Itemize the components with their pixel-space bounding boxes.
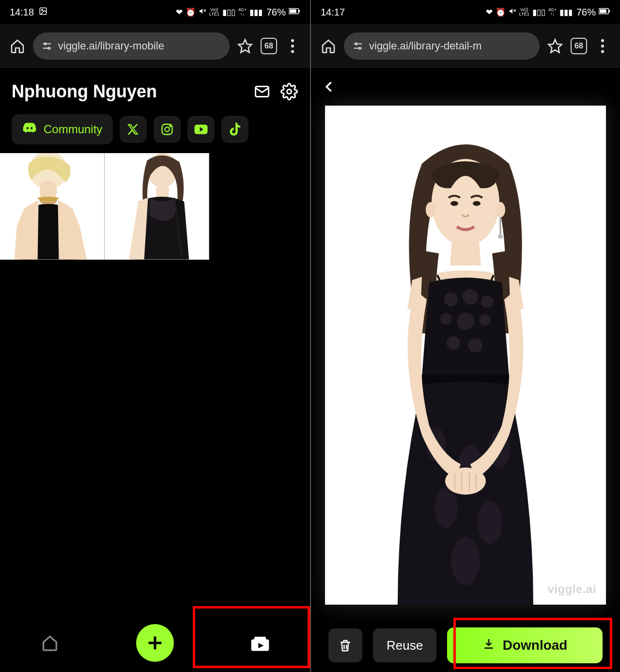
status-bar: 14:18 ❤ ⏰ Vo))LTE1 ▮▯▯ 4G+↑↓ ▮▮▮ 76% bbox=[0, 0, 310, 24]
settings-button[interactable] bbox=[280, 82, 298, 101]
svg-point-54 bbox=[496, 202, 505, 218]
svg-point-39 bbox=[356, 43, 357, 45]
battery-icon bbox=[599, 7, 610, 17]
url-bar[interactable]: viggle.ai/library-detail-m bbox=[344, 32, 540, 60]
watermark: viggle.ai bbox=[547, 582, 596, 596]
heart-icon: ❤ bbox=[176, 7, 183, 17]
battery-icon bbox=[289, 7, 300, 17]
browser-bar: viggle.ai/library-detail-m 68 bbox=[311, 24, 620, 68]
nav-add-button[interactable] bbox=[136, 624, 174, 662]
svg-point-63 bbox=[447, 336, 460, 350]
signal-icon: ▮▯▯ bbox=[222, 7, 235, 17]
download-icon bbox=[482, 638, 495, 654]
battery-percent: 76% bbox=[266, 7, 286, 18]
svg-point-52 bbox=[473, 201, 480, 206]
svg-point-60 bbox=[440, 313, 452, 325]
detail-preview[interactable]: viggle.ai bbox=[325, 106, 606, 605]
battery-percent: 76% bbox=[576, 7, 596, 18]
svg-point-18 bbox=[287, 90, 292, 94]
mail-button[interactable] bbox=[253, 82, 271, 101]
tiktok-button[interactable] bbox=[221, 116, 248, 143]
4g-icon: 4G+↑↓ bbox=[548, 8, 557, 16]
svg-point-42 bbox=[359, 47, 361, 49]
browser-menu-button[interactable] bbox=[594, 37, 611, 55]
browser-home-button[interactable] bbox=[320, 37, 337, 55]
detail-actions: Reuse Download bbox=[311, 627, 620, 663]
svg-point-64 bbox=[468, 338, 482, 353]
svg-point-15 bbox=[291, 44, 294, 47]
url-text: viggle.ai/library-detail-m bbox=[369, 40, 481, 52]
alarm-icon: ⏰ bbox=[496, 7, 506, 17]
signal-icon: ▮▯▯ bbox=[532, 7, 545, 17]
svg-marker-45 bbox=[549, 39, 562, 52]
svg-point-53 bbox=[426, 202, 435, 218]
svg-point-71 bbox=[434, 487, 458, 528]
library-item[interactable] bbox=[105, 153, 209, 260]
reuse-button[interactable]: Reuse bbox=[373, 628, 436, 662]
lte-icon: Vo))LTE1 bbox=[519, 8, 529, 16]
reuse-label: Reuse bbox=[387, 638, 423, 653]
svg-point-10 bbox=[48, 47, 50, 49]
svg-rect-6 bbox=[299, 10, 300, 13]
status-bar: 14:17 ❤ ⏰ Vo))LTE1 ▮▯▯ 4G+↑↓ ▮▮▮ 76% bbox=[311, 0, 620, 24]
status-time: 14:17 bbox=[321, 7, 345, 18]
phone-right: 14:17 ❤ ⏰ Vo))LTE1 ▮▯▯ 4G+↑↓ ▮▮▮ 76% vig… bbox=[310, 0, 620, 672]
screenshot-icon bbox=[39, 7, 47, 18]
user-name: Nphuong Nguyen bbox=[12, 81, 157, 102]
svg-rect-5 bbox=[290, 9, 296, 13]
svg-point-62 bbox=[479, 314, 491, 326]
svg-point-14 bbox=[291, 39, 294, 42]
tabs-button[interactable]: 68 bbox=[571, 38, 587, 54]
instagram-button[interactable] bbox=[154, 116, 181, 143]
status-time: 14:18 bbox=[10, 7, 34, 18]
youtube-button[interactable] bbox=[187, 116, 215, 143]
svg-point-20 bbox=[165, 127, 170, 131]
svg-rect-37 bbox=[600, 9, 606, 13]
alarm-icon: ⏰ bbox=[186, 7, 196, 17]
browser-bar: viggle.ai/library-mobile 68 bbox=[0, 24, 310, 68]
svg-point-47 bbox=[601, 44, 604, 47]
social-row: Community bbox=[0, 110, 310, 153]
url-text: viggle.ai/library-mobile bbox=[58, 40, 164, 52]
delete-button[interactable] bbox=[328, 628, 362, 662]
app-header: Nphuong Nguyen bbox=[0, 68, 310, 110]
download-button[interactable]: Download bbox=[447, 627, 603, 663]
nav-library-button[interactable] bbox=[247, 629, 274, 656]
svg-point-46 bbox=[601, 39, 604, 42]
svg-point-61 bbox=[457, 313, 474, 330]
4g-icon: 4G+↑↓ bbox=[238, 8, 247, 16]
svg-point-7 bbox=[45, 43, 46, 45]
nav-home-button[interactable] bbox=[36, 629, 63, 656]
signal2-icon: ▮▮▮ bbox=[249, 7, 263, 17]
browser-home-button[interactable] bbox=[9, 37, 26, 55]
bookmark-button[interactable] bbox=[236, 37, 254, 55]
site-settings-icon[interactable] bbox=[42, 41, 52, 51]
browser-menu-button[interactable] bbox=[284, 37, 301, 55]
tabs-button[interactable]: 68 bbox=[261, 38, 277, 54]
svg-point-59 bbox=[481, 296, 494, 308]
svg-rect-38 bbox=[609, 10, 610, 13]
svg-point-56 bbox=[498, 234, 503, 239]
svg-point-1 bbox=[41, 9, 43, 11]
bottom-nav bbox=[0, 614, 310, 672]
download-label: Download bbox=[503, 638, 568, 653]
svg-point-48 bbox=[601, 50, 604, 53]
discord-icon bbox=[22, 122, 37, 137]
svg-point-73 bbox=[451, 537, 480, 585]
community-button[interactable]: Community bbox=[12, 114, 113, 144]
back-button[interactable] bbox=[320, 77, 339, 96]
bookmark-button[interactable] bbox=[546, 37, 564, 55]
site-settings-icon[interactable] bbox=[353, 41, 363, 51]
x-button[interactable] bbox=[120, 116, 147, 143]
svg-point-51 bbox=[450, 201, 458, 206]
lte-icon: Vo))LTE1 bbox=[209, 8, 219, 16]
library-item[interactable] bbox=[0, 153, 105, 260]
community-label: Community bbox=[44, 123, 102, 136]
svg-marker-13 bbox=[239, 39, 252, 52]
svg-point-16 bbox=[291, 50, 294, 53]
svg-point-74 bbox=[445, 468, 486, 495]
library-grid bbox=[0, 153, 310, 260]
phone-left: 14:18 ❤ ⏰ Vo))LTE1 ▮▯▯ 4G+↑↓ ▮▮▮ 76% vig… bbox=[0, 0, 310, 672]
url-bar[interactable]: viggle.ai/library-mobile bbox=[33, 32, 230, 60]
svg-point-72 bbox=[477, 500, 502, 544]
